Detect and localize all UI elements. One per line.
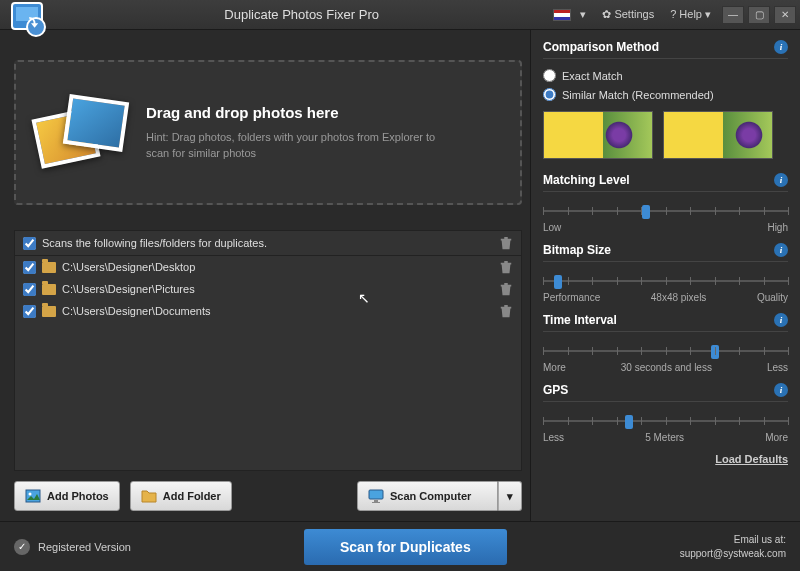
bitmap-slider[interactable] xyxy=(543,272,788,290)
drop-zone[interactable]: Drag and drop photos here Hint: Drag pho… xyxy=(14,60,522,205)
window-title: Duplicate Photos Fixer Pro xyxy=(50,7,553,22)
item-checkbox[interactable] xyxy=(23,283,36,296)
folder-icon xyxy=(141,488,157,504)
comparison-heading: Comparison Method i xyxy=(543,40,788,59)
item-checkbox[interactable] xyxy=(23,305,36,318)
language-flag-icon[interactable] xyxy=(553,9,571,21)
exact-match-radio[interactable]: Exact Match xyxy=(543,69,788,82)
photos-icon xyxy=(36,88,131,178)
thumbnail-2 xyxy=(663,111,773,159)
titlebar: Duplicate Photos Fixer Pro ▾ ✿ Settings … xyxy=(0,0,800,30)
folder-icon xyxy=(42,284,56,295)
info-icon[interactable]: i xyxy=(774,313,788,327)
file-list-header-text: Scans the following files/folders for du… xyxy=(42,237,499,249)
scan-computer-dropdown[interactable]: ▾ xyxy=(498,481,522,511)
help-button[interactable]: ? Help ▾ xyxy=(663,5,718,24)
chevron-down-icon: ▾ xyxy=(507,490,513,503)
scan-computer-split-button: Scan Computer ▾ xyxy=(357,481,522,511)
info-icon[interactable]: i xyxy=(774,383,788,397)
time-interval-section: Time Intervali More30 seconds and lessLe… xyxy=(543,313,788,373)
drop-heading: Drag and drop photos here xyxy=(146,104,456,121)
load-defaults-link[interactable]: Load Defaults xyxy=(715,453,788,465)
list-item[interactable]: C:\Users\Designer\Documents xyxy=(15,300,521,322)
item-checkbox[interactable] xyxy=(23,261,36,274)
left-pane: Drag and drop photos here Hint: Drag pho… xyxy=(0,30,530,521)
registered-status: ✓ Registered Version xyxy=(14,539,131,555)
info-icon[interactable]: i xyxy=(774,173,788,187)
file-list: Scans the following files/folders for du… xyxy=(14,230,522,471)
drop-hint: Hint: Drag photos, folders with your pho… xyxy=(146,129,456,162)
maximize-button[interactable]: ▢ xyxy=(748,6,770,24)
svg-rect-5 xyxy=(369,490,383,499)
select-all-checkbox[interactable] xyxy=(23,237,36,250)
main-area: Drag and drop photos here Hint: Drag pho… xyxy=(0,30,800,521)
add-folder-button[interactable]: Add Folder xyxy=(130,481,232,511)
footer: ✓ Registered Version Scan for Duplicates… xyxy=(0,521,800,571)
folder-icon xyxy=(42,306,56,317)
info-icon[interactable]: i xyxy=(774,243,788,257)
time-slider[interactable] xyxy=(543,342,788,360)
app-logo-icon xyxy=(8,0,50,41)
thumbnail-1 xyxy=(543,111,653,159)
trash-icon[interactable] xyxy=(499,304,513,318)
similar-match-radio[interactable]: Similar Match (Recommended) xyxy=(543,88,788,101)
matching-level-slider[interactable] xyxy=(543,202,788,220)
monitor-icon xyxy=(368,488,384,504)
comparison-thumbnails xyxy=(543,111,788,159)
bitmap-size-section: Bitmap Sizei Performance48x48 pixelsQual… xyxy=(543,243,788,303)
svg-rect-7 xyxy=(372,502,380,503)
item-path: C:\Users\Designer\Pictures xyxy=(62,283,499,295)
right-pane: Comparison Method i Exact Match Similar … xyxy=(530,30,800,521)
info-icon[interactable]: i xyxy=(774,40,788,54)
support-email: Email us at: support@systweak.com xyxy=(680,533,786,561)
list-item[interactable]: C:\Users\Designer\Desktop xyxy=(15,256,521,278)
trash-all-icon[interactable] xyxy=(499,236,513,250)
item-path: C:\Users\Designer\Desktop xyxy=(62,261,499,273)
list-item[interactable]: C:\Users\Designer\Pictures xyxy=(15,278,521,300)
scan-duplicates-button[interactable]: Scan for Duplicates xyxy=(304,529,507,565)
gps-section: GPSi Less5 MetersMore xyxy=(543,383,788,443)
load-defaults: Load Defaults xyxy=(543,453,788,465)
svg-point-4 xyxy=(29,493,32,496)
minimize-button[interactable]: — xyxy=(722,6,744,24)
add-photos-button[interactable]: Add Photos xyxy=(14,481,120,511)
settings-button[interactable]: ✿ Settings xyxy=(595,5,661,24)
trash-icon[interactable] xyxy=(499,282,513,296)
language-dropdown[interactable]: ▾ xyxy=(573,5,593,24)
matching-level-section: Matching Leveli LowHigh xyxy=(543,173,788,233)
check-icon: ✓ xyxy=(14,539,30,555)
item-path: C:\Users\Designer\Documents xyxy=(62,305,499,317)
folder-icon xyxy=(42,262,56,273)
svg-rect-6 xyxy=(374,500,378,502)
button-row: Add Photos Add Folder Scan Computer ▾ xyxy=(14,481,522,511)
trash-icon[interactable] xyxy=(499,260,513,274)
file-list-header: Scans the following files/folders for du… xyxy=(15,231,521,256)
photo-icon xyxy=(25,488,41,504)
close-button[interactable]: ✕ xyxy=(774,6,796,24)
gps-slider[interactable] xyxy=(543,412,788,430)
scan-computer-button[interactable]: Scan Computer xyxy=(357,481,498,511)
svg-point-2 xyxy=(27,18,45,36)
